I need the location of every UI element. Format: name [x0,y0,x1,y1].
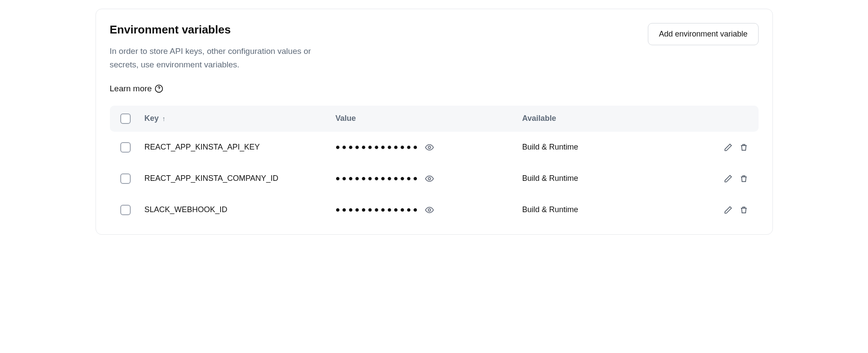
row-value-masked: ●●●●●●●●●●●●● [336,143,419,152]
row-available: Build & Runtime [522,205,578,214]
learn-more-link[interactable]: Learn more [110,84,163,93]
row-available: Build & Runtime [522,143,578,152]
row-checkbox[interactable] [120,142,131,153]
section-title: Environment variables [110,23,318,37]
header-row: Environment variables In order to store … [110,23,759,72]
eye-icon[interactable] [425,174,434,183]
svg-point-2 [428,146,431,149]
svg-point-4 [428,209,431,211]
eye-icon[interactable] [425,205,434,215]
row-value-masked: ●●●●●●●●●●●●● [336,174,419,183]
delete-icon[interactable] [739,143,748,152]
table-row: REACT_APP_KINSTA_API_KEY ●●●●●●●●●●●●● B… [110,132,759,163]
row-available: Build & Runtime [522,174,578,183]
table-header: Key ↑ Value Available [110,106,759,132]
header-checkbox-col [120,113,145,124]
sort-arrow-up-icon: ↑ [162,115,166,122]
eye-icon[interactable] [425,143,434,152]
header-key-label: Key [145,114,159,123]
svg-point-3 [428,177,431,180]
table-row: REACT_APP_KINSTA_COMPANY_ID ●●●●●●●●●●●●… [110,163,759,194]
section-description: In order to store API keys, other config… [110,44,318,72]
add-env-variable-button[interactable]: Add environment variable [648,23,758,45]
edit-icon[interactable] [724,174,733,183]
edit-icon[interactable] [724,206,733,214]
table-row: SLACK_WEBHOOK_ID ●●●●●●●●●●●●● Build & R… [110,194,759,226]
learn-more-text: Learn more [110,84,152,93]
header-value-col: Value [336,114,522,123]
edit-icon[interactable] [724,143,733,152]
delete-icon[interactable] [739,174,748,183]
row-key: REACT_APP_KINSTA_COMPANY_ID [145,174,278,183]
row-checkbox[interactable] [120,173,131,184]
header-value-label: Value [336,114,356,123]
help-icon [155,84,163,93]
header-key-col[interactable]: Key ↑ [145,114,336,123]
row-key: REACT_APP_KINSTA_API_KEY [145,143,260,152]
env-variables-table: Key ↑ Value Available REACT_APP_KINSTA_A… [110,106,759,226]
delete-icon[interactable] [739,206,748,214]
env-variables-card: Environment variables In order to store … [96,9,773,235]
row-value-masked: ●●●●●●●●●●●●● [336,205,419,214]
select-all-checkbox[interactable] [120,113,131,124]
header-available-label: Available [522,114,556,123]
row-key: SLACK_WEBHOOK_ID [145,205,228,214]
svg-point-1 [158,90,159,90]
header-left: Environment variables In order to store … [110,23,318,72]
row-checkbox[interactable] [120,205,131,215]
header-available-col: Available [522,114,713,123]
